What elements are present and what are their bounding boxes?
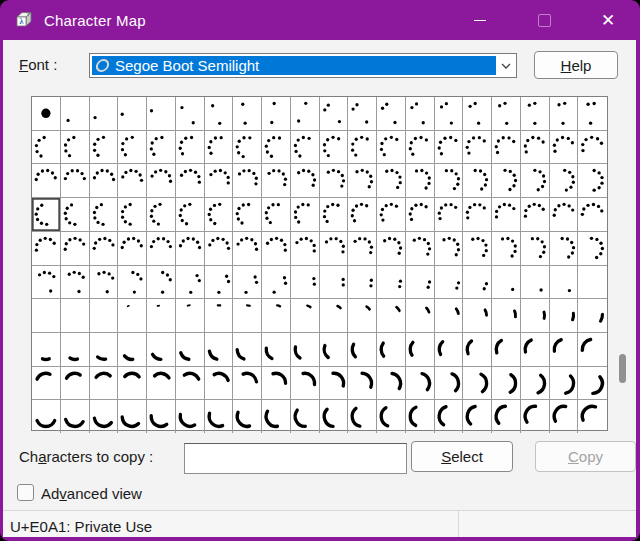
glyph-cell[interactable] bbox=[205, 400, 234, 433]
glyph-cell[interactable] bbox=[147, 164, 176, 198]
glyph-cell[interactable] bbox=[205, 333, 234, 367]
help-button[interactable]: Help bbox=[534, 51, 618, 79]
glyph-cell[interactable] bbox=[377, 198, 406, 232]
glyph-cell[interactable] bbox=[118, 232, 147, 266]
glyph-cell[interactable] bbox=[492, 333, 521, 367]
glyph-cell[interactable] bbox=[291, 299, 320, 333]
glyph-cell[interactable] bbox=[348, 299, 377, 333]
glyph-cell[interactable] bbox=[348, 367, 377, 401]
glyph-cell[interactable] bbox=[463, 198, 492, 232]
glyph-cell[interactable] bbox=[147, 198, 176, 232]
glyph-cell[interactable] bbox=[262, 198, 291, 232]
glyph-cell[interactable] bbox=[118, 198, 147, 232]
glyph-cell[interactable] bbox=[291, 232, 320, 266]
glyph-cell[interactable] bbox=[377, 333, 406, 367]
glyph-cell[interactable] bbox=[406, 232, 435, 266]
glyph-cell[interactable] bbox=[492, 299, 521, 333]
glyph-cell[interactable] bbox=[291, 97, 320, 131]
glyph-cell[interactable] bbox=[348, 266, 377, 300]
glyph-cell[interactable] bbox=[61, 232, 90, 266]
glyph-cell[interactable] bbox=[521, 333, 550, 367]
glyph-cell[interactable] bbox=[348, 333, 377, 367]
glyph-cell[interactable] bbox=[32, 164, 61, 198]
glyph-cell[interactable] bbox=[406, 333, 435, 367]
glyph-cell[interactable] bbox=[176, 266, 205, 300]
charmap-app-icon[interactable]: λ T bbox=[14, 10, 34, 30]
glyph-cell[interactable] bbox=[435, 232, 464, 266]
glyph-cell[interactable] bbox=[262, 400, 291, 433]
glyph-cell[interactable] bbox=[578, 333, 607, 367]
glyph-cell[interactable] bbox=[176, 164, 205, 198]
glyph-cell[interactable] bbox=[291, 198, 320, 232]
glyph-cell[interactable] bbox=[32, 232, 61, 266]
font-combobox[interactable]: Segoe Boot Semilight bbox=[89, 53, 517, 78]
glyph-cell[interactable] bbox=[550, 266, 579, 300]
minimize-button[interactable] bbox=[448, 0, 512, 40]
glyph-cell[interactable] bbox=[205, 232, 234, 266]
glyph-cell[interactable] bbox=[291, 266, 320, 300]
copy-button[interactable]: Copy bbox=[535, 441, 636, 472]
glyph-cell[interactable] bbox=[521, 97, 550, 131]
glyph-cell[interactable] bbox=[435, 97, 464, 131]
glyph-cell[interactable] bbox=[377, 400, 406, 433]
glyph-cell[interactable] bbox=[176, 367, 205, 401]
glyph-cell[interactable] bbox=[291, 131, 320, 165]
glyph-cell[interactable] bbox=[348, 164, 377, 198]
glyph-cell[interactable] bbox=[492, 232, 521, 266]
glyph-cell[interactable] bbox=[233, 131, 262, 165]
glyph-cell[interactable] bbox=[32, 266, 61, 300]
glyph-cell[interactable] bbox=[521, 266, 550, 300]
glyph-cell[interactable] bbox=[32, 367, 61, 401]
glyph-cell[interactable] bbox=[291, 333, 320, 367]
glyph-cell[interactable] bbox=[147, 367, 176, 401]
glyph-cell[interactable] bbox=[377, 131, 406, 165]
glyph-cell[interactable] bbox=[492, 97, 521, 131]
glyph-cell[interactable] bbox=[233, 232, 262, 266]
glyph-cell[interactable] bbox=[463, 367, 492, 401]
glyph-cell[interactable] bbox=[176, 333, 205, 367]
glyph-cell[interactable] bbox=[406, 400, 435, 433]
glyph-cell[interactable] bbox=[233, 367, 262, 401]
glyph-cell[interactable] bbox=[348, 131, 377, 165]
glyph-cell[interactable] bbox=[262, 367, 291, 401]
select-button[interactable]: Select bbox=[411, 441, 513, 472]
glyph-cell[interactable] bbox=[521, 299, 550, 333]
glyph-cell[interactable] bbox=[176, 97, 205, 131]
glyph-cell[interactable] bbox=[578, 131, 607, 165]
glyph-cell[interactable] bbox=[233, 266, 262, 300]
glyph-cell[interactable] bbox=[406, 367, 435, 401]
glyph-cell[interactable] bbox=[578, 299, 607, 333]
glyph-cell[interactable] bbox=[377, 367, 406, 401]
glyph-cell[interactable] bbox=[320, 367, 349, 401]
glyph-cell[interactable] bbox=[61, 266, 90, 300]
glyph-cell[interactable] bbox=[406, 164, 435, 198]
glyph-cell[interactable] bbox=[406, 97, 435, 131]
glyph-cell[interactable] bbox=[550, 198, 579, 232]
glyph-cell[interactable] bbox=[176, 198, 205, 232]
glyph-cell[interactable] bbox=[550, 333, 579, 367]
glyph-cell[interactable] bbox=[118, 299, 147, 333]
glyph-cell[interactable] bbox=[550, 232, 579, 266]
glyph-cell[interactable] bbox=[118, 367, 147, 401]
glyph-cell[interactable] bbox=[61, 97, 90, 131]
glyph-cell[interactable] bbox=[233, 333, 262, 367]
glyph-cell[interactable] bbox=[463, 97, 492, 131]
glyph-cell[interactable] bbox=[262, 164, 291, 198]
glyph-cell[interactable] bbox=[147, 333, 176, 367]
glyph-cell[interactable] bbox=[348, 232, 377, 266]
grid-scrollbar-thumb[interactable] bbox=[619, 354, 626, 383]
glyph-cell[interactable] bbox=[205, 131, 234, 165]
glyph-cell[interactable] bbox=[578, 367, 607, 401]
glyph-cell[interactable] bbox=[262, 299, 291, 333]
glyph-cell[interactable] bbox=[377, 299, 406, 333]
glyph-cell[interactable] bbox=[262, 97, 291, 131]
glyph-cell[interactable] bbox=[377, 97, 406, 131]
glyph-cell[interactable] bbox=[32, 400, 61, 433]
glyph-cell[interactable] bbox=[32, 299, 61, 333]
glyph-cell[interactable] bbox=[262, 232, 291, 266]
glyph-cell[interactable] bbox=[377, 266, 406, 300]
glyph-cell[interactable] bbox=[406, 266, 435, 300]
glyph-cell[interactable] bbox=[233, 198, 262, 232]
glyph-cell[interactable] bbox=[118, 164, 147, 198]
glyph-cell[interactable] bbox=[176, 131, 205, 165]
